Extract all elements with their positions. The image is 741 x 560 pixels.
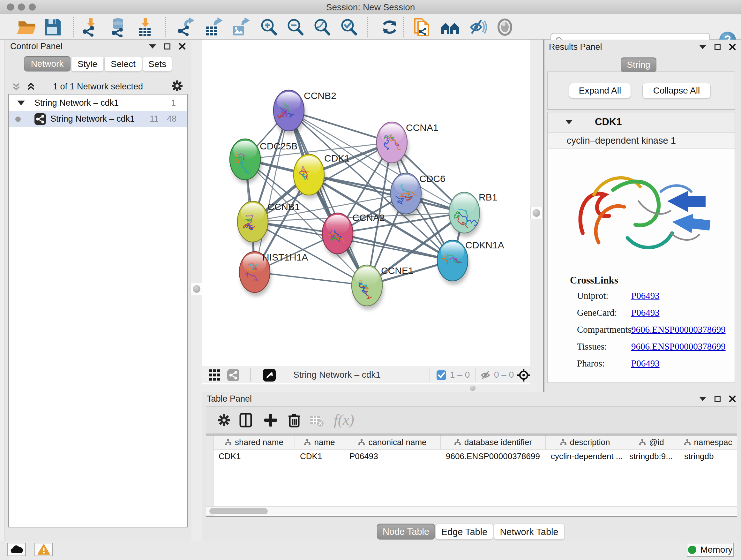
import-network-icon[interactable] — [80, 17, 102, 37]
zoom-fit-icon[interactable] — [312, 17, 334, 37]
panel-menu-icon[interactable] — [149, 44, 156, 49]
column-header-shared-name[interactable]: shared name — [213, 435, 295, 449]
panel-close-icon[interactable] — [729, 395, 736, 402]
panel-close-icon[interactable] — [729, 44, 736, 51]
panel-float-icon[interactable] — [164, 44, 171, 50]
crosslink-link[interactable]: 9606.ENSP00000378699 — [631, 324, 726, 335]
network-canvas[interactable]: CCNB2CCNA1CDC25BCDK1CDC6RB1CCNB1CCNA2CDK… — [202, 40, 530, 384]
edge-hist1h1a-ccne1[interactable] — [255, 272, 367, 286]
save-session-icon[interactable] — [42, 17, 64, 37]
toolbar-separator — [73, 17, 74, 37]
delete-column-trash-icon[interactable] — [286, 413, 302, 428]
birdseye-crosshair-icon[interactable] — [517, 368, 530, 383]
table-horizontal-scrollbar[interactable] — [206, 506, 737, 515]
collapse-all-button[interactable]: Collapse All — [643, 83, 711, 98]
tab-network-table[interactable]: Network Table — [494, 523, 564, 540]
expand-all-button[interactable]: Expand All — [569, 83, 631, 98]
table-row[interactable]: CDK1CDK1P064939606.ENSP00000378699cyclin… — [213, 449, 737, 463]
export-table-icon[interactable] — [203, 17, 225, 37]
selected-checkbox-icon[interactable] — [436, 370, 446, 381]
tab-sets[interactable]: Sets — [143, 56, 172, 71]
panel-float-icon[interactable] — [715, 44, 721, 50]
node-ccnb2[interactable]: CCNB2 — [273, 90, 336, 135]
table-cell[interactable]: CDK1 — [295, 449, 344, 463]
edge-ccna2-cdkn1a[interactable] — [338, 233, 453, 260]
column-header--id[interactable]: @id — [624, 435, 679, 449]
warning-button[interactable] — [35, 543, 53, 556]
import-table-icon[interactable] — [134, 17, 156, 37]
vertical-splitter-right[interactable] — [530, 40, 544, 392]
panel-close-icon[interactable] — [179, 43, 186, 50]
panel-menu-icon[interactable] — [699, 397, 706, 401]
panel-menu-icon[interactable] — [699, 45, 706, 49]
vertical-splitter-left[interactable] — [192, 40, 202, 541]
node-cdk1[interactable]: CDK1 — [293, 153, 350, 199]
table-cell[interactable]: CDK1 — [213, 449, 295, 463]
hide-eye-icon[interactable] — [467, 17, 489, 37]
zoom-in-icon[interactable] — [259, 17, 281, 37]
node-ccnb1[interactable]: CCNB1 — [238, 201, 300, 246]
column-header-canonical-name[interactable]: canonical name — [344, 435, 441, 449]
cloud-button[interactable] — [7, 543, 26, 556]
houses-icon[interactable] — [440, 17, 462, 37]
gene-collapse-icon[interactable] — [565, 120, 572, 124]
tab-network[interactable]: Network — [24, 56, 71, 71]
node-cdc25b[interactable]: CDC25B — [230, 139, 297, 184]
eye-icon[interactable] — [495, 17, 517, 37]
open-in-window-icon[interactable] — [263, 369, 276, 383]
network-row-selected[interactable]: String Network – cdk1 11 48 — [9, 111, 187, 127]
column-header-database-identifier[interactable]: database identifier — [441, 435, 546, 449]
grid-view-icon[interactable] — [209, 369, 221, 382]
tab-style[interactable]: Style — [71, 56, 104, 71]
open-session-icon[interactable] — [16, 17, 38, 37]
horizontal-splitter[interactable] — [202, 384, 530, 392]
node-rb1[interactable]: RB1 — [449, 192, 497, 237]
tab-edge-table[interactable]: Edge Table — [435, 523, 493, 540]
node-ccne1[interactable]: CCNE1 — [352, 265, 414, 310]
string-document-icon[interactable] — [412, 17, 434, 37]
edge-ccnb2-hist1h1a[interactable] — [255, 111, 289, 272]
table-settings-gear-icon[interactable] — [216, 413, 232, 428]
column-header-name[interactable]: name — [295, 435, 344, 449]
splitter-handle[interactable] — [470, 386, 475, 391]
crosslink-link[interactable]: P06493 — [631, 307, 660, 318]
show-columns-icon[interactable] — [238, 413, 253, 428]
column-header-namespac[interactable]: namespac — [679, 435, 737, 449]
add-column-icon[interactable] — [263, 413, 278, 428]
table-cell[interactable]: P06493 — [344, 449, 441, 463]
panel-float-icon[interactable] — [715, 396, 721, 402]
export-image-icon[interactable] — [230, 17, 252, 37]
node-cdkn1a[interactable]: CDKN1A — [437, 240, 504, 285]
network-collection-row[interactable]: String Network – cdk1 1 — [9, 95, 187, 111]
network-graph[interactable]: CCNB2CCNA1CDC25BCDK1CDC6RB1CCNB1CCNA2CDK… — [202, 40, 530, 366]
network-options-gear-icon[interactable] — [171, 79, 184, 94]
gene-section-header[interactable]: CDK1 — [548, 112, 735, 133]
export-network-icon[interactable] — [176, 17, 198, 37]
collection-expand-icon[interactable] — [17, 101, 25, 105]
column-header-description[interactable]: description — [546, 435, 624, 449]
node-cdc6[interactable]: CDC6 — [391, 173, 446, 218]
hidden-eye-slash-icon[interactable] — [480, 370, 491, 381]
splitter-handle[interactable] — [191, 283, 203, 295]
table-cell[interactable]: stringdb — [679, 449, 737, 463]
crosslink-link[interactable]: P06493 — [631, 358, 660, 369]
node-table[interactable]: shared namenamecanonical namedatabase id… — [206, 435, 737, 516]
tab-node-table[interactable]: Node Table — [377, 523, 435, 540]
crosslink-link[interactable]: 9606.ENSP00000378699 — [631, 341, 726, 352]
string-view-icon[interactable] — [227, 369, 239, 382]
table-cell[interactable]: 9606.ENSP00000378699 — [441, 449, 546, 463]
zoom-selected-icon[interactable] — [339, 17, 361, 37]
table-cell[interactable]: stringdb:9... — [624, 449, 679, 463]
tab-select[interactable]: Select — [105, 56, 142, 71]
table-cell[interactable]: cyclin-dependent ... — [546, 449, 624, 463]
crosslink-link[interactable]: P06493 — [631, 291, 660, 301]
memory-button[interactable]: Memory — [687, 543, 734, 557]
refresh-icon[interactable] — [379, 17, 401, 37]
crosslink-row: Uniprot:P06493 — [548, 286, 735, 303]
zoom-out-icon[interactable] — [285, 17, 307, 37]
node-ccna1[interactable]: CCNA1 — [377, 122, 439, 167]
scrollbar-thumb[interactable] — [209, 508, 268, 514]
splitter-handle[interactable] — [530, 207, 542, 219]
import-network-database-icon[interactable] — [107, 17, 129, 37]
tab-string[interactable]: String — [621, 57, 657, 72]
